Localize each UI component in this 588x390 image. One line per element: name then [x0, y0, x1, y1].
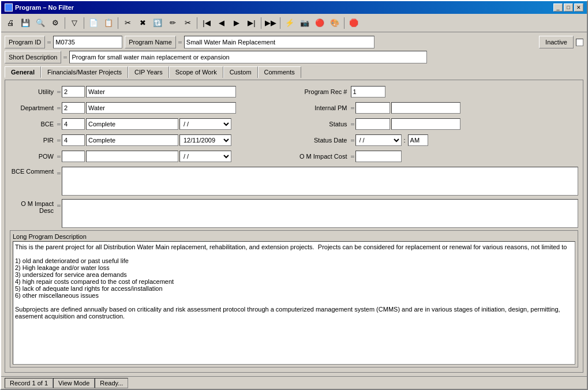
sep-bce-comment	[57, 168, 61, 178]
lightning-btn[interactable]: ⚡	[283, 16, 297, 30]
tab-comments[interactable]: Comments	[258, 66, 301, 78]
om-cost-input[interactable]	[355, 151, 402, 162]
right-column: Program Rec # Internal PM	[298, 85, 579, 163]
tabs-container: General Financials/Master Projects CIP Y…	[5, 66, 583, 77]
sep3	[118, 17, 118, 29]
short-desc-input[interactable]	[69, 51, 427, 63]
pow-status-input[interactable]	[86, 151, 178, 162]
pir-code-input[interactable]	[62, 134, 85, 146]
bce-date-select[interactable]: / /	[179, 118, 231, 130]
save-btn[interactable]: 💾	[18, 16, 32, 30]
prog-rec-label: Program Rec #	[298, 88, 350, 95]
internal-pm-name-input[interactable]	[391, 102, 460, 114]
close-btn[interactable]: ✕	[574, 3, 583, 12]
record-btn[interactable]: 🔴	[313, 16, 327, 30]
status-time-input[interactable]	[408, 134, 428, 146]
pow-date-select[interactable]: / /	[179, 151, 231, 162]
print-btn[interactable]: 🖨	[3, 16, 17, 30]
om-desc-label: O M Impact Desc	[10, 199, 56, 214]
sep5	[261, 17, 261, 29]
prog-rec-input[interactable]	[351, 86, 385, 97]
sep-status	[351, 119, 354, 129]
utility-name-input[interactable]	[86, 86, 236, 97]
stop-btn[interactable]: 🛑	[347, 16, 361, 30]
bce-code-input[interactable]	[62, 118, 85, 130]
status-row: Status	[298, 117, 579, 131]
inactive-button[interactable]: Inactive	[539, 36, 574, 48]
pir-row: PIR 12/11/2009	[10, 133, 291, 147]
program-name-input[interactable]	[184, 36, 374, 48]
left-column: Utility Department	[10, 85, 291, 163]
sep-status-date	[351, 135, 354, 145]
pir-date-select[interactable]: 12/11/2009	[179, 134, 231, 146]
utility-label: Utility	[10, 88, 56, 95]
bce-comment-label: BCE Comment	[10, 167, 56, 175]
cut-btn[interactable]: ✂	[121, 16, 134, 30]
settings-btn[interactable]: ⚙	[48, 16, 62, 30]
app-icon	[5, 3, 13, 12]
sep-bce	[57, 119, 61, 129]
last-btn[interactable]: ▶|	[245, 16, 259, 30]
scissors-btn[interactable]: ✂	[181, 16, 194, 30]
status-value-input[interactable]	[391, 118, 460, 130]
toolbar: 🖨 💾 🔍 ⚙ ▽ 📄 📋 ✂ ✖ 🔃 ✏ ✂ |◀ ◀ ▶ ▶| ▶▶ ⚡ 📷…	[1, 14, 587, 32]
bce-status-input[interactable]	[86, 118, 178, 130]
tab-scope[interactable]: Scope of Work	[169, 66, 223, 78]
tab-content: Utility Department	[5, 80, 583, 373]
sep-om-cost	[351, 151, 354, 162]
short-desc-row: Short Description	[5, 51, 583, 63]
next-btn[interactable]: ▶	[230, 16, 244, 30]
forward-btn[interactable]: ▶▶	[264, 16, 278, 30]
pow-code-input[interactable]	[62, 151, 85, 162]
internal-pm-row: Internal PM	[298, 101, 579, 115]
utility-code-input[interactable]	[62, 86, 85, 97]
main-form: Utility Department	[10, 85, 578, 163]
color-btn[interactable]: 🎨	[328, 16, 342, 30]
tab-custom[interactable]: Custom	[223, 66, 258, 78]
refresh-btn[interactable]: 🔃	[151, 16, 164, 30]
status-code-input[interactable]	[355, 118, 390, 130]
bce-comment-input[interactable]	[62, 167, 578, 196]
department-name-input[interactable]	[86, 102, 236, 114]
colon-label: :	[403, 137, 407, 144]
bce-row: BCE / /	[10, 117, 291, 131]
prev-btn[interactable]: ◀	[215, 16, 229, 30]
first-btn[interactable]: |◀	[200, 16, 214, 30]
program-name-label: Program Name	[125, 36, 176, 48]
camera-btn[interactable]: 📷	[298, 16, 312, 30]
short-desc-label: Short Description	[5, 51, 61, 63]
pir-status-input[interactable]	[86, 134, 178, 146]
doc-btn[interactable]: 📄	[87, 16, 100, 30]
minimize-btn[interactable]: _	[553, 3, 563, 12]
sep-dept	[57, 103, 61, 113]
pow-label: POW	[10, 153, 56, 160]
title-bar: Program – No Filter _ □ ✕	[1, 1, 587, 14]
sep7	[344, 17, 344, 29]
om-desc-input[interactable]	[62, 199, 578, 228]
long-desc-input[interactable]	[13, 241, 575, 365]
sep-pm	[351, 103, 354, 113]
edit-btn[interactable]: ✏	[166, 16, 179, 30]
department-row: Department	[10, 101, 291, 115]
status-date-select[interactable]: / /	[355, 134, 402, 146]
filter-btn[interactable]: ▽	[68, 16, 81, 30]
program-id-input[interactable]	[53, 36, 122, 48]
status-date-label: Status Date	[298, 137, 350, 144]
tab-financials[interactable]: Financials/Master Projects	[41, 66, 128, 78]
status-label: Status	[298, 121, 350, 127]
pow-row: POW / /	[10, 149, 291, 163]
department-label: Department	[10, 104, 56, 111]
sep1	[65, 17, 65, 29]
department-code-input[interactable]	[62, 102, 85, 114]
tab-general[interactable]: General	[5, 66, 41, 78]
inactive-checkbox[interactable]	[576, 39, 583, 46]
delete-btn[interactable]: ✖	[136, 16, 149, 30]
long-desc-legend: Long Program Description	[13, 233, 575, 240]
find-btn[interactable]: 🔍	[33, 16, 47, 30]
tab-cip-years[interactable]: CIP Years	[128, 66, 169, 78]
maximize-btn[interactable]: □	[564, 3, 573, 12]
clipboard-btn[interactable]: 📋	[102, 16, 115, 30]
internal-pm-code-input[interactable]	[355, 102, 390, 114]
title-bar-controls: _ □ ✕	[553, 3, 583, 12]
bce-label: BCE	[10, 121, 56, 127]
